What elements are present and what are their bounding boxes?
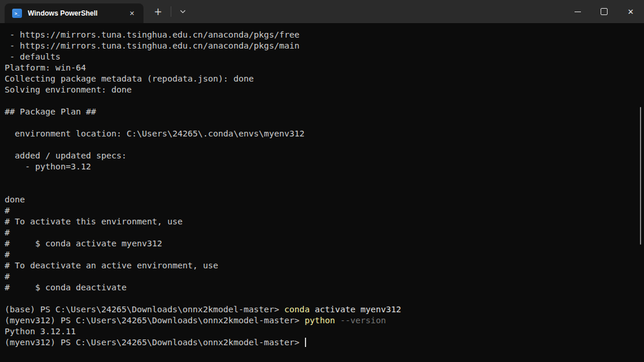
new-tab-button[interactable]: + (147, 0, 169, 23)
terminal-text-segment: python (304, 315, 335, 325)
tab-title: Windows PowerShell (28, 9, 125, 17)
titlebar: >_ Windows PowerShell ✕ + ✕ (0, 0, 644, 23)
tabbar-separator (171, 6, 171, 17)
text-cursor (305, 338, 306, 347)
terminal-text-segment: activate myenv312 (310, 304, 401, 314)
terminal-text-segment: - python=3.12 (5, 161, 91, 171)
scrollbar-thumb[interactable] (640, 107, 641, 245)
terminal-text-segment: --version (335, 315, 386, 325)
terminal-text-segment: # To activate this environment, use (5, 216, 183, 226)
terminal-line: - defaults (5, 51, 644, 62)
terminal-line: Collecting package metadata (repodata.js… (5, 73, 644, 84)
chevron-down-icon (180, 10, 186, 13)
terminal-text-segment: # (5, 249, 10, 259)
terminal-line: - https://mirrors.tuna.tsinghua.edu.cn/a… (5, 40, 644, 51)
terminal-text-segment: conda (284, 304, 310, 314)
minimize-button[interactable] (564, 0, 591, 23)
terminal-line: added / updated specs: (5, 150, 644, 161)
tab-close-icon[interactable]: ✕ (125, 6, 139, 20)
terminal-text-segment: Collecting package metadata (repodata.js… (5, 73, 254, 83)
terminal-line: - python=3.12 (5, 161, 644, 172)
terminal-text-segment: Python 3.12.11 (5, 326, 76, 336)
terminal-line (5, 183, 644, 194)
terminal-text-segment: done (5, 194, 25, 204)
maximize-icon (601, 8, 608, 15)
terminal-line: # To activate this environment, use (5, 216, 644, 227)
terminal-line: - https://mirrors.tuna.tsinghua.edu.cn/a… (5, 29, 644, 40)
terminal-text-segment: ## Package Plan ## (5, 106, 96, 116)
terminal-line: # $ conda activate myenv312 (5, 238, 644, 249)
terminal-line: environment location: C:\Users\24265\.co… (5, 128, 644, 139)
terminal-line: # (5, 271, 644, 282)
terminal-text-segment: (myenv312) PS C:\Users\24265\Downloads\o… (5, 315, 304, 325)
terminal-text-segment: (base) PS C:\Users\24265\Downloads\onnx2… (5, 304, 284, 314)
terminal-text-segment: - defaults (5, 51, 61, 61)
close-button[interactable]: ✕ (617, 0, 644, 23)
terminal-line: # (5, 205, 644, 216)
terminal-line (5, 293, 644, 304)
terminal-line: done (5, 194, 644, 205)
maximize-button[interactable] (591, 0, 617, 23)
terminal-line: # To deactivate an active environment, u… (5, 260, 644, 271)
terminal-line (5, 139, 644, 150)
tab-windows-powershell[interactable]: >_ Windows PowerShell ✕ (5, 3, 143, 23)
terminal-line: (myenv312) PS C:\Users\24265\Downloads\o… (5, 315, 644, 326)
terminal-line: (base) PS C:\Users\24265\Downloads\onnx2… (5, 304, 644, 315)
terminal-line: Solving environment: done (5, 84, 644, 95)
terminal-text-segment: added / updated specs: (5, 150, 127, 160)
minimize-icon (575, 12, 581, 12)
terminal-text-segment: # (5, 205, 10, 215)
terminal-text-segment: - https://mirrors.tuna.tsinghua.edu.cn/a… (5, 40, 300, 50)
close-icon: ✕ (628, 8, 634, 16)
terminal-text-segment: # $ conda activate myenv312 (5, 238, 162, 248)
terminal-line: Python 3.12.11 (5, 326, 644, 337)
terminal-text-segment: - https://mirrors.tuna.tsinghua.edu.cn/a… (5, 29, 300, 39)
terminal-line (5, 117, 644, 128)
terminal-line: # (5, 227, 644, 238)
terminal-text-segment: (myenv312) PS C:\Users\24265\Downloads\o… (5, 337, 304, 347)
terminal-line (5, 95, 644, 106)
terminal-text-segment: # (5, 271, 10, 281)
terminal-text-segment: environment location: C:\Users\24265\.co… (5, 128, 304, 138)
terminal-text-segment: Solving environment: done (5, 84, 132, 94)
powershell-icon: >_ (12, 9, 22, 18)
tab-dropdown-button[interactable] (173, 0, 193, 23)
terminal-text-segment: Platform: win-64 (5, 62, 86, 72)
terminal-line: # (5, 249, 644, 260)
terminal-output[interactable]: - https://mirrors.tuna.tsinghua.edu.cn/a… (0, 23, 644, 362)
terminal-text-segment: # To deactivate an active environment, u… (5, 260, 218, 270)
terminal-line: ## Package Plan ## (5, 106, 644, 117)
terminal-line: Platform: win-64 (5, 62, 644, 73)
terminal-line: # $ conda deactivate (5, 282, 644, 293)
titlebar-drag-area[interactable] (193, 0, 564, 23)
terminal-text-segment: # (5, 227, 10, 237)
terminal-window: >_ Windows PowerShell ✕ + ✕ - https://mi… (0, 0, 644, 362)
terminal-line: (myenv312) PS C:\Users\24265\Downloads\o… (5, 337, 644, 348)
terminal-line (5, 172, 644, 183)
terminal-text-segment: # $ conda deactivate (5, 282, 127, 292)
